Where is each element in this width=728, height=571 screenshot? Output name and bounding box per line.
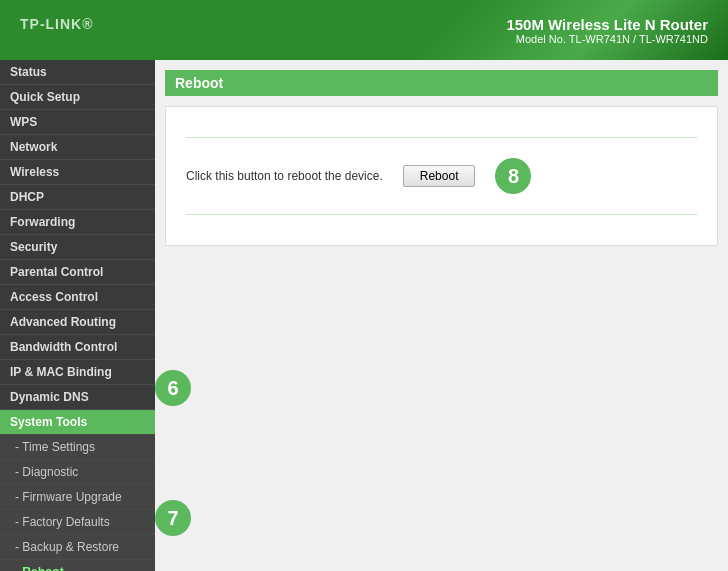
- sidebar-item-firmware-upgrade[interactable]: - Firmware Upgrade: [0, 485, 155, 510]
- sidebar-item-forwarding[interactable]: Forwarding: [0, 210, 155, 235]
- sidebar-item-factory-defaults[interactable]: - Factory Defaults: [0, 510, 155, 535]
- reboot-button[interactable]: Reboot: [403, 165, 476, 187]
- reboot-row: Click this button to reboot the device. …: [186, 148, 697, 204]
- badge-6: 6: [155, 370, 191, 406]
- logo-text: TP-LINK: [20, 16, 82, 32]
- logo: TP-LINK®: [20, 14, 94, 46]
- sidebar-item-diagnostic[interactable]: - Diagnostic: [0, 460, 155, 485]
- sidebar-item-ip-mac-binding[interactable]: IP & MAC Binding: [0, 360, 155, 385]
- sidebar-item-dynamic-dns[interactable]: Dynamic DNS: [0, 385, 155, 410]
- sidebar-item-wireless[interactable]: Wireless: [0, 160, 155, 185]
- sidebar-item-access-control[interactable]: Access Control: [0, 285, 155, 310]
- sidebar-item-system-tools[interactable]: System Tools: [0, 410, 155, 435]
- model-number: Model No. TL-WR741N / TL-WR741ND: [506, 33, 708, 45]
- sidebar-item-status[interactable]: Status: [0, 60, 155, 85]
- sidebar-item-wps[interactable]: WPS: [0, 110, 155, 135]
- content-area: Click this button to reboot the device. …: [165, 106, 718, 246]
- section-header: Reboot: [165, 70, 718, 96]
- sidebar-item-bandwidth-control[interactable]: Bandwidth Control: [0, 335, 155, 360]
- sidebar-item-quick-setup[interactable]: Quick Setup: [0, 85, 155, 110]
- sidebar-item-reboot[interactable]: - Reboot: [0, 560, 155, 571]
- sidebar-item-network[interactable]: Network: [0, 135, 155, 160]
- badge-7: 7: [155, 500, 191, 536]
- badge-7-wrapper: 7: [155, 500, 191, 536]
- sidebar-item-dhcp[interactable]: DHCP: [0, 185, 155, 210]
- device-name: 150M Wireless Lite N Router: [506, 16, 708, 33]
- reboot-description: Click this button to reboot the device.: [186, 169, 383, 183]
- badge-8: 8: [495, 158, 531, 194]
- sidebar-item-security[interactable]: Security: [0, 235, 155, 260]
- sidebar-item-backup-restore[interactable]: - Backup & Restore: [0, 535, 155, 560]
- badge-6-wrapper: 6: [155, 370, 191, 406]
- sidebar-item-parental-control[interactable]: Parental Control: [0, 260, 155, 285]
- sidebar-item-advanced-routing[interactable]: Advanced Routing: [0, 310, 155, 335]
- logo-trademark: ®: [82, 16, 93, 32]
- device-info: 150M Wireless Lite N Router Model No. TL…: [506, 16, 708, 45]
- main-content: Reboot Click this button to reboot the d…: [155, 60, 728, 571]
- sidebar: StatusQuick SetupWPSNetworkWirelessDHCPF…: [0, 60, 155, 571]
- header: TP-LINK® 150M Wireless Lite N Router Mod…: [0, 0, 728, 60]
- sidebar-item-time-settings[interactable]: - Time Settings: [0, 435, 155, 460]
